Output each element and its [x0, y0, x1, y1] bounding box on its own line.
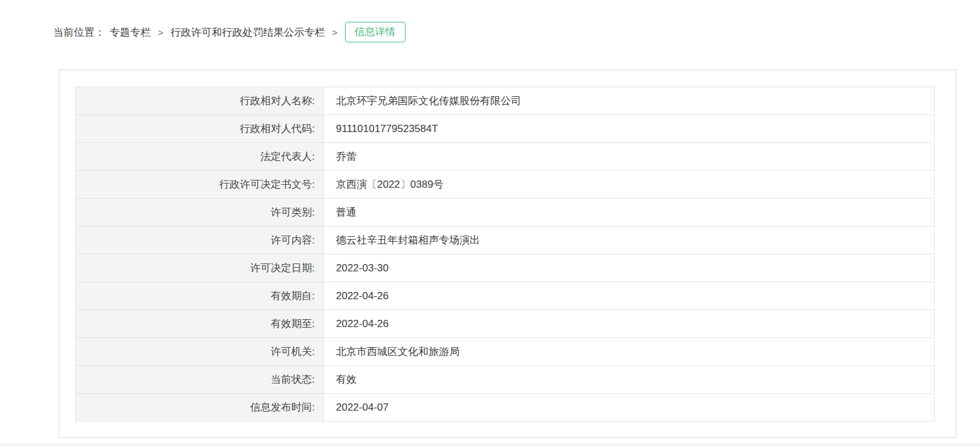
table-row: 行政相对人代码: 91110101779523584T [76, 115, 935, 143]
table-row: 许可类别: 普通 [76, 199, 935, 227]
breadcrumb-item-license-publicity-column[interactable]: 行政许可和行政处罚结果公示专栏 [171, 25, 325, 39]
field-label: 许可内容: [76, 227, 324, 254]
field-label: 行政相对人代码: [76, 115, 324, 143]
field-label: 许可决定日期: [76, 254, 324, 282]
field-value: 91110101779523584T [324, 115, 935, 143]
field-value: 2022-04-07 [324, 394, 935, 422]
table-row: 许可内容: 德云社辛丑年封箱相声专场演出 [76, 227, 935, 254]
field-value: 2022-04-26 [324, 310, 935, 338]
field-value: 京西演〔2022〕0389号 [324, 171, 935, 199]
field-label: 有效期至: [76, 310, 324, 338]
table-row: 行政许可决定书文号: 京西演〔2022〕0389号 [76, 171, 935, 199]
table-row: 有效期自: 2022-04-26 [76, 282, 935, 310]
field-label: 信息发布时间: [76, 394, 324, 422]
field-label: 法定代表人: [76, 143, 324, 171]
breadcrumb-item-special-column[interactable]: 专题专栏 [110, 25, 151, 39]
field-value: 德云社辛丑年封箱相声专场演出 [324, 227, 935, 254]
table-row: 当前状态: 有效 [76, 366, 935, 394]
breadcrumb-prefix: 当前位置： [53, 25, 105, 39]
table-row: 信息发布时间: 2022-04-07 [76, 394, 935, 422]
field-value: 乔蕾 [324, 143, 935, 171]
table-row: 法定代表人: 乔蕾 [76, 143, 935, 171]
table-row: 有效期至: 2022-04-26 [76, 310, 935, 338]
breadcrumb: 当前位置： 专题专栏 > 行政许可和行政处罚结果公示专栏 > 信息详情 [53, 21, 406, 44]
field-label: 许可机关: [76, 338, 324, 366]
field-label: 行政许可决定书文号: [76, 171, 324, 199]
info-detail-button[interactable]: 信息详情 [345, 22, 406, 42]
field-value: 2022-03-30 [324, 254, 935, 282]
breadcrumb-separator-icon: > [332, 27, 338, 38]
table-row: 行政相对人名称: 北京环宇兄弟国际文化传媒股份有限公司 [76, 87, 935, 115]
detail-panel: 行政相对人名称: 北京环宇兄弟国际文化传媒股份有限公司 行政相对人代码: 911… [59, 70, 956, 438]
field-label: 许可类别: [76, 199, 324, 227]
page-bottom-divider [0, 444, 980, 447]
field-label: 当前状态: [76, 366, 324, 394]
table-row: 许可机关: 北京市西城区文化和旅游局 [76, 338, 935, 366]
license-detail-table: 行政相对人名称: 北京环宇兄弟国际文化传媒股份有限公司 行政相对人代码: 911… [75, 87, 935, 422]
field-label: 有效期自: [76, 282, 324, 310]
field-value: 北京环宇兄弟国际文化传媒股份有限公司 [324, 87, 935, 115]
field-value: 北京市西城区文化和旅游局 [324, 338, 935, 366]
breadcrumb-separator-icon: > [158, 27, 163, 38]
field-label: 行政相对人名称: [76, 87, 324, 115]
field-value: 普通 [324, 199, 935, 227]
field-value: 有效 [324, 366, 935, 394]
field-value: 2022-04-26 [324, 282, 935, 310]
table-row: 许可决定日期: 2022-03-30 [76, 254, 935, 282]
